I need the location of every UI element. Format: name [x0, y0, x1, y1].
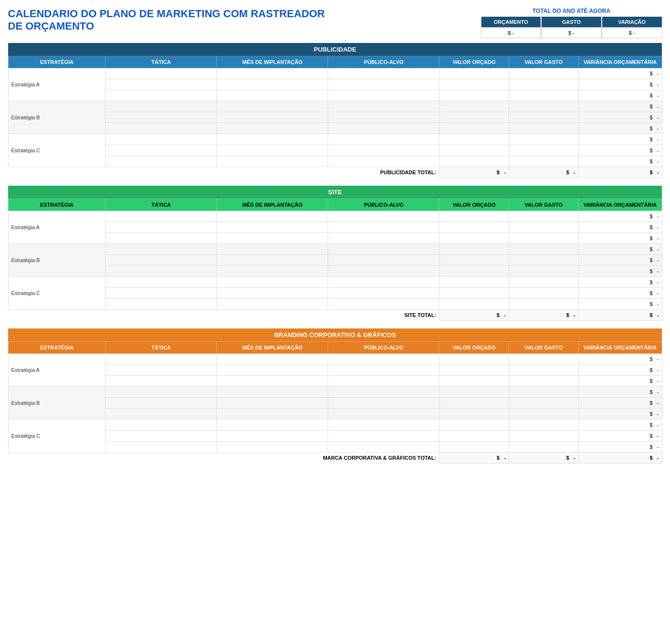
valor-orcado-cell[interactable] [439, 90, 509, 101]
valor-orcado-cell[interactable] [439, 211, 509, 222]
valor-gasto-cell[interactable] [509, 123, 579, 134]
tatica-cell[interactable] [106, 145, 217, 156]
variancia-cell[interactable]: $ - [578, 255, 662, 266]
valor-orcado-cell[interactable] [439, 420, 509, 431]
publico-cell[interactable] [328, 365, 439, 376]
mes-cell[interactable] [217, 233, 328, 244]
variancia-cell[interactable]: $ - [578, 244, 662, 255]
mes-cell[interactable] [217, 90, 328, 101]
mes-cell[interactable] [217, 123, 328, 134]
valor-gasto-cell[interactable] [509, 68, 579, 79]
valor-gasto-cell[interactable] [509, 354, 579, 365]
publico-cell[interactable] [328, 409, 439, 420]
valor-gasto-cell[interactable] [509, 376, 579, 387]
valor-orcado-cell[interactable] [439, 431, 509, 442]
tatica-cell[interactable] [106, 376, 217, 387]
valor-gasto-cell[interactable] [509, 79, 579, 90]
valor-gasto-cell[interactable] [509, 101, 579, 112]
pub-total-gasto[interactable]: $ - [509, 167, 579, 178]
valor-orcado-cell[interactable] [439, 365, 509, 376]
mes-cell[interactable] [217, 420, 328, 431]
mes-cell[interactable] [217, 299, 328, 310]
brand-total-orcado[interactable]: $ - [439, 453, 509, 464]
tatica-cell[interactable] [106, 134, 217, 145]
publico-cell[interactable] [328, 233, 439, 244]
mes-cell[interactable] [217, 134, 328, 145]
variancia-cell[interactable]: $ - [578, 277, 662, 288]
variancia-cell[interactable]: $ - [578, 266, 662, 277]
mes-cell[interactable] [217, 387, 328, 398]
publico-cell[interactable] [328, 299, 439, 310]
valor-gasto-cell[interactable] [509, 277, 579, 288]
mes-cell[interactable] [217, 409, 328, 420]
tatica-cell[interactable] [106, 398, 217, 409]
variancia-cell[interactable]: $ - [578, 398, 662, 409]
publico-cell[interactable] [328, 222, 439, 233]
valor-orcado-cell[interactable] [439, 387, 509, 398]
valor-orcado-cell[interactable] [439, 112, 509, 123]
valor-orcado-cell[interactable] [439, 354, 509, 365]
valor-gasto-cell[interactable] [509, 299, 579, 310]
publico-cell[interactable] [328, 376, 439, 387]
mes-cell[interactable] [217, 79, 328, 90]
valor-orcado-cell[interactable] [439, 376, 509, 387]
tatica-cell[interactable] [106, 266, 217, 277]
valor-gasto-cell[interactable] [509, 112, 579, 123]
tatica-cell[interactable] [106, 68, 217, 79]
publico-cell[interactable] [328, 288, 439, 299]
tatica-cell[interactable] [106, 365, 217, 376]
valor-gasto-cell[interactable] [509, 244, 579, 255]
tatica-cell[interactable] [106, 79, 217, 90]
mes-cell[interactable] [217, 101, 328, 112]
variancia-cell[interactable]: $ - [578, 299, 662, 310]
publico-cell[interactable] [328, 79, 439, 90]
variancia-cell[interactable]: $ - [578, 442, 662, 453]
publico-cell[interactable] [328, 354, 439, 365]
mes-cell[interactable] [217, 68, 328, 79]
variancia-cell[interactable]: $ - [578, 145, 662, 156]
mes-cell[interactable] [217, 288, 328, 299]
variancia-cell[interactable]: $ - [578, 288, 662, 299]
brand-total-variancia[interactable]: $ - [578, 453, 662, 464]
tatica-cell[interactable] [106, 222, 217, 233]
variancia-cell[interactable]: $ - [578, 431, 662, 442]
tatica-cell[interactable] [106, 431, 217, 442]
valor-gasto-cell[interactable] [509, 90, 579, 101]
publico-cell[interactable] [328, 255, 439, 266]
valor-gasto-cell[interactable] [509, 409, 579, 420]
variancia-cell[interactable]: $ - [578, 365, 662, 376]
publico-cell[interactable] [328, 134, 439, 145]
tatica-cell[interactable] [106, 112, 217, 123]
tatica-cell[interactable] [106, 90, 217, 101]
totals-val-gasto[interactable]: $ - [541, 28, 602, 38]
valor-orcado-cell[interactable] [439, 145, 509, 156]
mes-cell[interactable] [217, 211, 328, 222]
variancia-cell[interactable]: $ - [578, 79, 662, 90]
mes-cell[interactable] [217, 354, 328, 365]
publico-cell[interactable] [328, 420, 439, 431]
valor-gasto-cell[interactable] [509, 431, 579, 442]
valor-gasto-cell[interactable] [509, 266, 579, 277]
mes-cell[interactable] [217, 255, 328, 266]
totals-val-variacao[interactable]: $ - [602, 28, 662, 38]
valor-gasto-cell[interactable] [509, 255, 579, 266]
valor-orcado-cell[interactable] [439, 277, 509, 288]
pub-total-variancia[interactable]: $ - [578, 167, 662, 178]
valor-orcado-cell[interactable] [439, 79, 509, 90]
mes-cell[interactable] [217, 398, 328, 409]
tatica-cell[interactable] [106, 409, 217, 420]
publico-cell[interactable] [328, 68, 439, 79]
publico-cell[interactable] [328, 442, 439, 453]
tatica-cell[interactable] [106, 299, 217, 310]
site-total-gasto[interactable]: $ - [509, 310, 579, 321]
valor-orcado-cell[interactable] [439, 442, 509, 453]
mes-cell[interactable] [217, 244, 328, 255]
valor-orcado-cell[interactable] [439, 288, 509, 299]
valor-gasto-cell[interactable] [509, 442, 579, 453]
variancia-cell[interactable]: $ - [578, 376, 662, 387]
variancia-cell[interactable]: $ - [578, 90, 662, 101]
site-total-orcado[interactable]: $ - [439, 310, 509, 321]
valor-orcado-cell[interactable] [439, 398, 509, 409]
valor-orcado-cell[interactable] [439, 409, 509, 420]
variancia-cell[interactable]: $ - [578, 68, 662, 79]
